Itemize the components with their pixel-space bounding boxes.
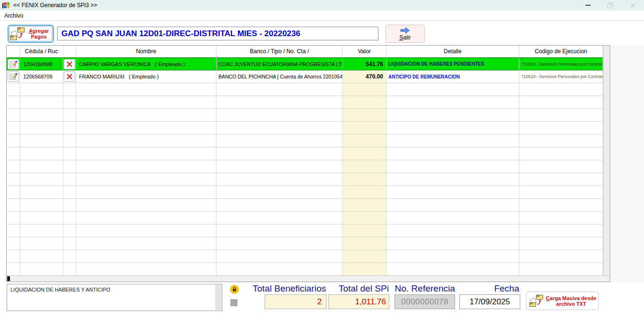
empty-cell (386, 186, 519, 198)
edit-cell (7, 70, 20, 83)
payments-grid: Cédula / Ruc Nombre Banco / Tipo / No. C… (6, 45, 610, 282)
empty-cell (386, 237, 519, 250)
carga-masiva-label: Carga Masiva desde archivo TXT (545, 295, 597, 307)
cell-banco: BANCO DEL PICHINCHA [ Cuenta de Ahorros … (217, 70, 343, 83)
empty-cell (76, 173, 217, 185)
empty-row[interactable] (7, 199, 603, 212)
cell-valor: 470.00 (343, 70, 386, 83)
empty-cell (519, 199, 603, 211)
minimize-button[interactable] (577, 0, 599, 10)
grid-vertical-scrollbar[interactable] (603, 46, 610, 275)
edit-row-button[interactable] (8, 71, 19, 82)
cell-detalle: LIQUIDACION DE HABERES PENDIENTES (386, 58, 519, 70)
empty-cell (217, 135, 343, 147)
empty-cell (217, 122, 343, 134)
cell-banco: COAC JUVENTUD ECUATORIANA PROGRESISTA LT… (217, 58, 343, 70)
empty-cell (519, 224, 603, 237)
empty-cell (76, 96, 217, 108)
grid-horizontal-scrollbar[interactable] (7, 275, 610, 282)
empty-row[interactable] (7, 224, 603, 237)
exit-arrow-icon (400, 27, 410, 34)
empty-cell (63, 212, 76, 224)
empty-row[interactable] (7, 212, 603, 224)
textarea-scrollbar[interactable] (215, 285, 221, 310)
col-header-detalle: Detalle (386, 46, 519, 57)
table-row[interactable]: 1204160988 CARPIO VARGAS VERONICA ( Empl… (7, 58, 603, 70)
empty-cell (217, 186, 343, 198)
empty-row[interactable] (7, 147, 603, 160)
empty-cell (76, 83, 217, 96)
close-icon: ✕ (630, 2, 636, 9)
menu-bar: Archivo (0, 10, 644, 21)
empty-cell (63, 199, 76, 211)
empty-row[interactable] (7, 83, 603, 96)
empty-cell (519, 237, 603, 250)
empty-cell (386, 250, 519, 263)
empty-cell (386, 173, 519, 185)
empty-cell (343, 135, 386, 147)
empty-cell (386, 83, 519, 96)
empty-cell (20, 199, 63, 211)
edit-row-button[interactable] (8, 59, 19, 69)
empty-cell (20, 96, 63, 108)
empty-cell (20, 147, 63, 160)
empty-row[interactable] (7, 135, 603, 147)
empty-row[interactable] (7, 186, 603, 199)
empty-cell (343, 109, 386, 121)
payment-title-input[interactable]: GAD PQ SAN JUAN 12D01-DIREC-DISTRITAL MI… (57, 27, 378, 40)
empty-cell (217, 263, 343, 275)
empty-cell (519, 212, 603, 224)
empty-cell (63, 186, 76, 198)
empty-row[interactable] (7, 122, 603, 135)
edit-icon (9, 73, 18, 80)
empty-row[interactable] (7, 263, 603, 275)
menu-archivo[interactable]: Archivo (4, 12, 23, 19)
col-header-edit (7, 46, 20, 57)
right-margin (611, 45, 644, 282)
empty-cell (386, 212, 519, 224)
table-row[interactable]: 1206568709 FRANCO MARIUXI ( Empleado ) B… (7, 70, 603, 83)
referencia-label: No. Referencia (395, 283, 455, 294)
empty-cell (343, 250, 386, 263)
empty-row[interactable] (7, 96, 603, 109)
empty-row[interactable] (7, 250, 603, 263)
scrollbar-thumb[interactable] (7, 276, 10, 281)
empty-row[interactable] (7, 173, 603, 186)
empty-cell (217, 83, 343, 96)
empty-cell (7, 224, 20, 237)
status-square[interactable] (230, 299, 238, 306)
empty-cell (63, 160, 76, 173)
empty-row[interactable] (7, 160, 603, 173)
agregar-pagos-button[interactable]: Agregar Pagos (8, 25, 54, 43)
fecha-field[interactable]: 17/09/2025 (459, 294, 520, 309)
empty-cell (20, 173, 63, 185)
restore-button[interactable] (599, 0, 622, 10)
empty-cell (343, 122, 386, 134)
empty-cell (343, 147, 386, 160)
empty-cell (519, 122, 603, 134)
col-header-banco: Banco / Tipo / No. Cta / (217, 46, 343, 57)
empty-cell (386, 122, 519, 134)
empty-cell (76, 147, 217, 160)
salir-button[interactable]: Salir (386, 25, 425, 43)
window-controls: ✕ (577, 0, 644, 10)
carga-masiva-button[interactable]: Carga Masiva desde archivo TXT (526, 292, 599, 310)
empty-row[interactable] (7, 237, 603, 250)
delete-row-button[interactable] (64, 59, 75, 69)
empty-cell (20, 160, 63, 173)
delete-cell (63, 58, 76, 70)
empty-cell (7, 160, 20, 173)
empty-cell (7, 173, 20, 185)
empty-cell (63, 224, 76, 237)
cell-cedula: 1206568709 (20, 70, 63, 83)
delete-row-button[interactable] (64, 71, 75, 82)
edit-cell (7, 58, 20, 70)
empty-cell (343, 212, 386, 224)
empty-cell (76, 160, 217, 173)
empty-row[interactable] (7, 109, 603, 122)
empty-cell (386, 96, 519, 108)
empty-cell (217, 237, 343, 250)
empty-cell (7, 237, 20, 250)
detalle-textarea[interactable]: LIQUIDACION DE HABERES Y ANTICIPO (7, 284, 222, 311)
close-button[interactable]: ✕ (622, 0, 644, 10)
